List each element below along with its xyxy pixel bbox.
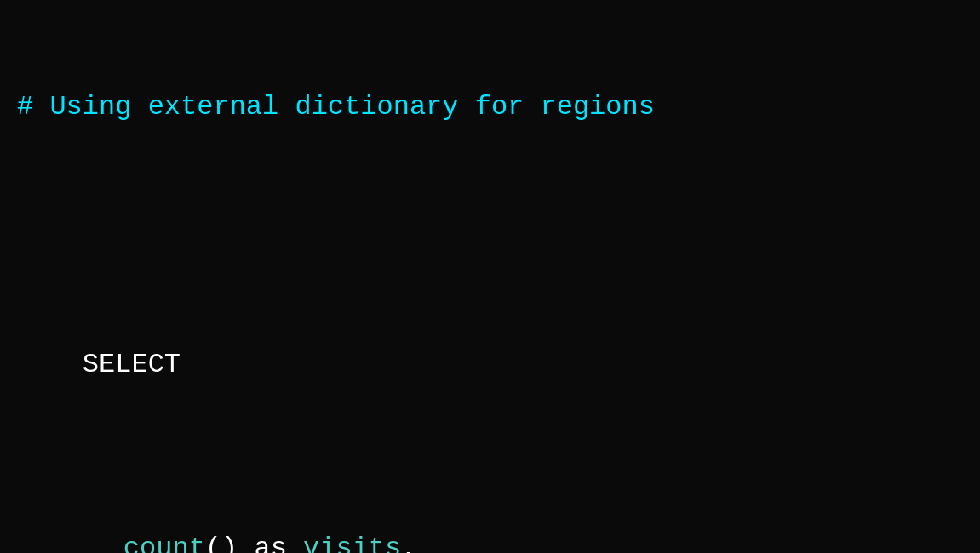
count-parens: () bbox=[205, 533, 255, 553]
visits-identifier: visits bbox=[303, 533, 401, 553]
comment-line: # Using external dictionary for regions bbox=[17, 88, 963, 125]
count-function: count bbox=[123, 533, 205, 553]
blank-line bbox=[17, 199, 963, 236]
select-keyword: SELECT bbox=[83, 349, 181, 380]
as-keyword-1: as bbox=[254, 533, 303, 553]
comma-1: , bbox=[401, 533, 417, 553]
code-editor: # Using external dictionary for regions … bbox=[17, 15, 963, 553]
count-line: count() as visits, bbox=[17, 493, 963, 553]
select-line: SELECT bbox=[17, 310, 963, 420]
